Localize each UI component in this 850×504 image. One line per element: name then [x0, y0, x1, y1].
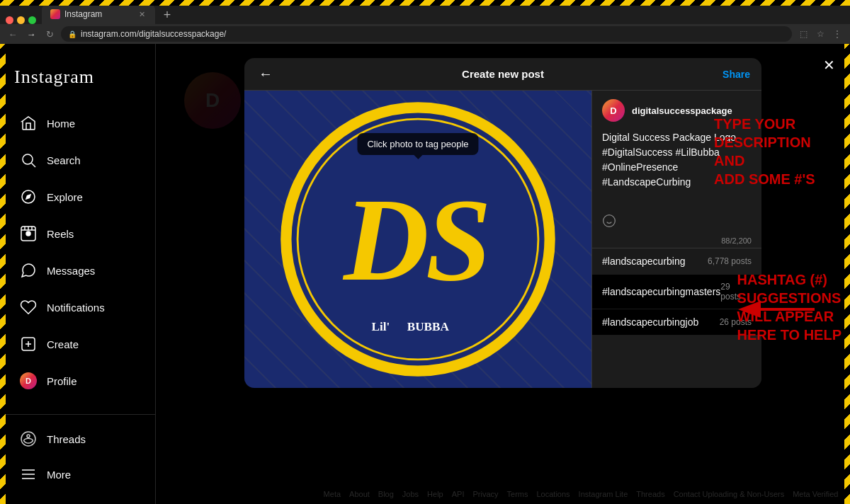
hashtag-suggestion-item[interactable]: #landscapecurbingmasters 29 posts	[592, 275, 761, 309]
caption-username: digitalsuccesspackage	[632, 105, 732, 116]
svg-text:Lil': Lil'	[372, 320, 390, 333]
sidebar-item-reels[interactable]: Reels	[6, 217, 149, 251]
content-area: D digitalsuccesspackage Edit profile Vie…	[156, 44, 850, 504]
sidebar-bottom: Threads More	[0, 414, 155, 493]
reload-button[interactable]: ↻	[42, 27, 57, 41]
svg-point-0	[23, 154, 33, 164]
svg-point-5	[26, 231, 30, 236]
caption-counter: 88/2,200	[592, 234, 761, 248]
heart-icon	[20, 299, 37, 316]
messages-icon	[20, 262, 37, 279]
browser-menu-icon[interactable]: ⋮	[830, 27, 844, 41]
sidebar-item-messages[interactable]: Messages	[6, 253, 149, 287]
svg-point-21	[604, 215, 616, 227]
messages-label: Messages	[47, 265, 95, 277]
lock-icon: 🔒	[68, 30, 76, 38]
profile-avatar: D	[20, 372, 37, 389]
reels-icon	[20, 225, 37, 242]
close-window-button[interactable]	[6, 16, 13, 24]
sidebar-item-threads[interactable]: Threads	[6, 422, 149, 456]
modal-backdrop: ✕ ← Create new post Share Click ph	[156, 44, 850, 504]
traffic-lights	[6, 16, 36, 24]
ig-main: Instagram Home Search Explore	[0, 44, 850, 504]
explore-icon	[20, 188, 37, 205]
create-icon	[20, 336, 37, 353]
emoji-button[interactable]	[592, 208, 761, 234]
search-label: Search	[47, 154, 81, 166]
threads-icon	[20, 430, 37, 447]
hashtag-suggestion-item[interactable]: #landscapecurbingjob 26 posts	[592, 309, 761, 336]
modal-title: Create new post	[462, 68, 544, 80]
svg-text:DS: DS	[342, 174, 488, 305]
instagram-logo: Instagram	[0, 55, 155, 105]
profile-label: Profile	[47, 375, 77, 387]
threads-label: Threads	[47, 433, 86, 445]
address-text: instagram.com/digitalsuccesspackage/	[81, 29, 785, 39]
hashtag-count: 29 posts	[720, 282, 752, 302]
svg-marker-3	[26, 194, 31, 200]
reels-label: Reels	[47, 228, 74, 240]
sidebar-item-search[interactable]: Search	[6, 143, 149, 177]
browser-toolbar: ← → ↻ 🔒 instagram.com/digitalsuccesspack…	[0, 24, 850, 44]
hashtag-suggestions: #landscapecurbing 6,778 posts #landscape…	[592, 248, 761, 336]
sidebar-item-more[interactable]: More	[6, 457, 149, 491]
forward-button[interactable]: →	[24, 27, 38, 41]
new-tab-button[interactable]: +	[158, 6, 176, 24]
home-icon	[20, 115, 37, 132]
hashtag-name: #landscapecurbing	[602, 256, 686, 267]
close-modal-button[interactable]: ✕	[819, 55, 839, 75]
sidebar: Instagram Home Search Explore	[0, 44, 156, 504]
notifications-label: Notifications	[47, 302, 105, 314]
more-label: More	[47, 469, 71, 481]
tab-close-button[interactable]: ✕	[137, 9, 147, 19]
user-avatar: D	[602, 99, 625, 122]
warning-stripes-top	[0, 0, 850, 6]
tag-tooltip: Click photo to tag people	[357, 133, 478, 155]
create-post-modal: ← Create new post Share Click photo to t…	[244, 58, 761, 388]
caption-input[interactable]: Digital Success Package Logo #DigitalSuc…	[592, 130, 761, 208]
hashtag-name: #landscapecurbingmasters	[602, 286, 720, 297]
sidebar-item-create[interactable]: Create	[6, 327, 149, 361]
hashtag-suggestion-item[interactable]: #landscapecurbing 6,778 posts	[592, 248, 761, 275]
modal-share-button[interactable]: Share	[722, 69, 750, 80]
svg-line-1	[32, 164, 36, 168]
sidebar-item-home[interactable]: Home	[6, 106, 149, 140]
modal-header: ← Create new post Share	[244, 58, 761, 91]
user-row: D digitalsuccesspackage	[592, 91, 761, 130]
image-preview[interactable]: Click photo to tag people DS Lil' BUBBA	[244, 91, 591, 388]
home-label: Home	[47, 118, 75, 130]
warning-stripes-left	[0, 44, 6, 504]
search-icon	[20, 151, 37, 168]
back-button[interactable]: ←	[6, 27, 20, 41]
minimize-window-button[interactable]	[17, 16, 25, 24]
maximize-window-button[interactable]	[28, 16, 36, 24]
more-icon	[20, 466, 37, 483]
active-tab[interactable]: Instagram ✕	[42, 4, 155, 24]
hashtag-name: #landscapecurbingjob	[602, 316, 698, 328]
toolbar-icons: ⬚ ☆ ⋮	[796, 27, 844, 41]
explore-label: Explore	[47, 191, 83, 203]
extensions-icon[interactable]: ⬚	[796, 27, 810, 41]
svg-text:BUBBA: BUBBA	[407, 320, 450, 333]
create-label: Create	[47, 338, 79, 350]
address-bar[interactable]: 🔒 instagram.com/digitalsuccesspackage/	[61, 26, 792, 42]
modal-back-button[interactable]: ←	[256, 64, 276, 84]
hashtag-count: 6,778 posts	[708, 256, 752, 266]
caption-scroll[interactable]: D digitalsuccesspackage Digital Success …	[592, 91, 761, 388]
caption-panel: D digitalsuccesspackage Digital Success …	[591, 91, 761, 388]
tab-favicon	[50, 9, 60, 19]
sidebar-item-profile[interactable]: D Profile	[6, 364, 149, 398]
warning-stripes-right	[844, 44, 850, 504]
bookmark-icon[interactable]: ☆	[813, 27, 827, 41]
sidebar-item-explore[interactable]: Explore	[6, 180, 149, 214]
hashtag-count: 26 posts	[720, 317, 752, 327]
browser-chrome: Instagram ✕ + ← → ↻ 🔒 instagram.com/digi…	[0, 0, 850, 44]
sidebar-item-notifications[interactable]: Notifications	[6, 290, 149, 324]
modal-body: Click photo to tag people DS Lil' BUBBA	[244, 91, 761, 388]
tab-title: Instagram	[64, 9, 132, 19]
